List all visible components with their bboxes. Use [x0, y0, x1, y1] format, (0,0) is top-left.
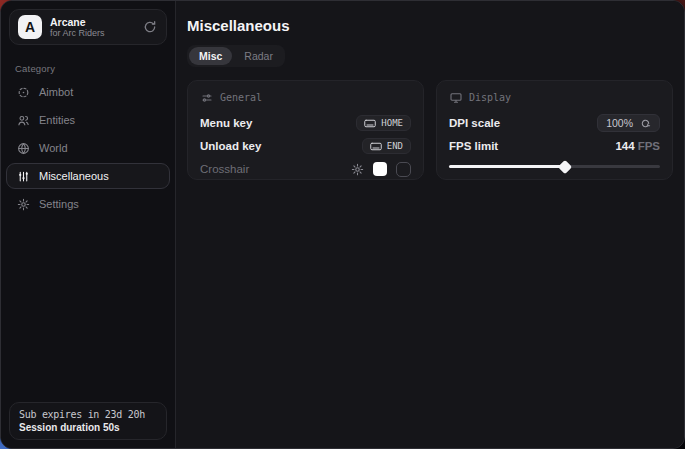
app-subtitle: for Arc Riders [50, 28, 134, 38]
unload-key-bind-button[interactable]: END [362, 138, 411, 154]
dpi-scale-label: DPI scale [449, 117, 500, 129]
dpi-scale-value: 100% [606, 117, 633, 129]
crosshair-row: Crosshair [200, 158, 411, 180]
adjustments-icon [200, 91, 213, 104]
sidebar-item-entities[interactable]: Entities [6, 107, 170, 133]
sidebar-item-settings[interactable]: Settings [6, 191, 170, 217]
cards-row: General Menu key HOME Unload key [187, 80, 673, 180]
crosshair-label: Crosshair [200, 163, 249, 175]
sidebar-item-label: Entities [39, 114, 75, 126]
fps-limit-slider[interactable] [449, 160, 660, 172]
gear-icon [17, 198, 30, 211]
sidebar-item-label: World [39, 142, 68, 154]
app-titles: Arcane for Arc Riders [50, 16, 134, 38]
tab-misc[interactable]: Misc [189, 47, 232, 65]
target-icon [17, 86, 30, 99]
sidebar-item-miscellaneous[interactable]: Miscellaneous [6, 163, 170, 189]
sidebar-nav: Aimbot Entities World [1, 78, 175, 218]
sync-icon[interactable] [142, 19, 158, 35]
menu-key-value: HOME [381, 118, 403, 128]
fps-value-number: 144 [615, 140, 634, 152]
fps-limit-row: FPS limit 144FPS [449, 135, 660, 157]
category-label: Category [15, 63, 175, 74]
sidebar: A Arcane for Arc Riders Category Aimbot [1, 1, 176, 448]
dpi-scale-row: DPI scale 100% [449, 112, 660, 134]
unload-key-label: Unload key [200, 140, 261, 152]
fps-limit-label: FPS limit [449, 140, 498, 152]
page-title: Miscellaneous [187, 17, 673, 34]
sub-expires-text: Sub expires in 23d 20h [19, 409, 157, 420]
tab-bar: Misc Radar [187, 45, 285, 67]
app-window: A Arcane for Arc Riders Category Aimbot [0, 0, 685, 449]
main-content: Miscellaneous Misc Radar General Menu ke… [176, 1, 685, 448]
menu-key-bind-button[interactable]: HOME [356, 115, 411, 131]
keyboard-icon [370, 142, 382, 151]
general-card: General Menu key HOME Unload key [187, 80, 424, 180]
sidebar-item-aimbot[interactable]: Aimbot [6, 79, 170, 105]
globe-icon [17, 142, 30, 155]
display-card: Display DPI scale 100% FPS limit [436, 80, 673, 180]
menu-key-label: Menu key [200, 117, 252, 129]
unload-key-value: END [387, 141, 403, 151]
cycle-icon [640, 118, 651, 129]
fps-value-unit: FPS [638, 140, 660, 152]
general-card-title: General [220, 92, 262, 103]
sliders-icon [17, 170, 30, 183]
unload-key-row: Unload key END [200, 135, 411, 157]
menu-key-row: Menu key HOME [200, 112, 411, 134]
keyboard-icon [364, 119, 376, 128]
subscription-info-card: Sub expires in 23d 20h Session duration … [9, 402, 167, 440]
fps-slider-fill [449, 165, 565, 168]
crosshair-controls [351, 162, 411, 177]
dpi-scale-select[interactable]: 100% [597, 114, 660, 132]
fps-limit-value: 144FPS [615, 140, 660, 152]
app-header-card: A Arcane for Arc Riders [9, 9, 167, 45]
crosshair-settings-gear-icon[interactable] [351, 163, 364, 176]
session-duration-text: Session duration 50s [19, 422, 157, 433]
tab-radar[interactable]: Radar [234, 47, 283, 65]
sidebar-item-label: Aimbot [39, 86, 73, 98]
monitor-icon [449, 91, 462, 104]
app-logo: A [18, 15, 42, 39]
display-card-title: Display [469, 92, 511, 103]
crosshair-color-swatch[interactable] [373, 162, 387, 176]
app-title: Arcane [50, 16, 134, 28]
sidebar-item-world[interactable]: World [6, 135, 170, 161]
general-card-header: General [200, 91, 411, 104]
users-icon [17, 114, 30, 127]
sidebar-item-label: Miscellaneous [39, 170, 109, 182]
crosshair-checkbox[interactable] [396, 162, 411, 177]
sidebar-item-label: Settings [39, 198, 79, 210]
fps-slider-thumb[interactable] [558, 159, 572, 173]
display-card-header: Display [449, 91, 660, 104]
